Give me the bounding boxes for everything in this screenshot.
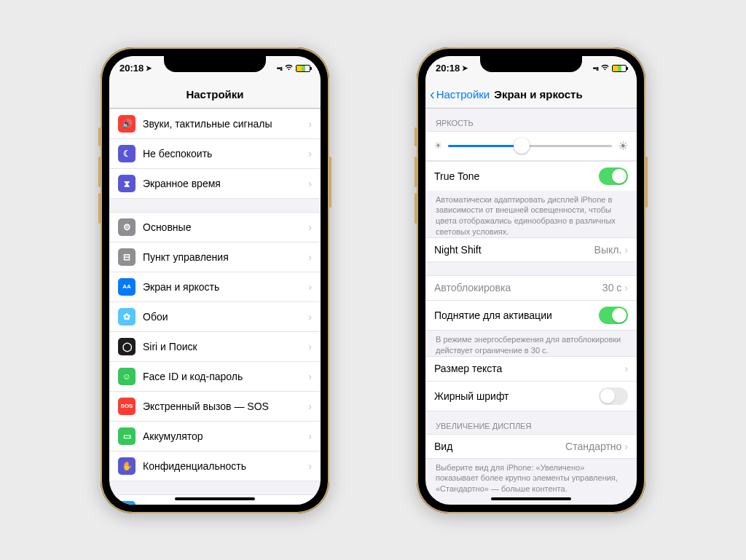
- display-icon: AA: [118, 278, 136, 296]
- siri-icon: ◯: [118, 338, 136, 355]
- cell-signal-icon: ••ıı: [277, 65, 282, 72]
- row-label: Не беспокоить: [143, 148, 308, 159]
- privacy-icon: ✋: [118, 457, 136, 475]
- settings-row-sos[interactable]: SOSЭкстренный вызов — SOS›: [109, 391, 321, 421]
- brightness-slider-cell: ☀ ☀: [425, 131, 637, 161]
- settings-row-general[interactable]: ⚙Основные›: [109, 212, 321, 242]
- home-indicator: [175, 497, 255, 500]
- battery-icon: [612, 65, 627, 72]
- row-label: Аккумулятор: [143, 430, 308, 442]
- page-title: Экран и яркость: [494, 88, 582, 100]
- chevron-right-icon: ›: [308, 341, 312, 352]
- value: Стандартно: [565, 441, 621, 452]
- view-footer: Выберите вид для iPhone: «Увеличено» пок…: [425, 459, 637, 495]
- settings-row-privacy[interactable]: ✋Конфиденциальность›: [109, 451, 321, 481]
- chevron-right-icon: ›: [308, 118, 312, 130]
- label: Размер текста: [434, 363, 624, 374]
- chevron-right-icon: ›: [308, 504, 312, 505]
- settings-list[interactable]: 🔊Звуки, тактильные сигналы›☾Не беспокоит…: [109, 109, 321, 505]
- cell-true-tone[interactable]: True Tone: [425, 161, 637, 191]
- location-icon: ➤: [462, 64, 468, 72]
- section-header-brightness: ЯРКОСТЬ: [425, 109, 637, 131]
- side-button: [98, 157, 101, 187]
- label: Автоблокировка: [434, 282, 602, 293]
- chevron-right-icon: ›: [308, 281, 312, 293]
- settings-row-control[interactable]: ⊟Пункт управления›: [109, 242, 321, 272]
- side-button: [329, 157, 331, 208]
- cell-night-shift[interactable]: Night Shift Выкл. ›: [425, 237, 637, 262]
- chevron-right-icon: ›: [624, 363, 628, 374]
- notch: [480, 56, 582, 72]
- wallpaper-icon: ✿: [118, 308, 136, 326]
- raise-footer: В режиме энергосбережения для автоблокир…: [425, 331, 637, 356]
- brightness-slider[interactable]: [448, 145, 612, 147]
- cell-signal-icon: ••ıı: [593, 65, 598, 72]
- back-button[interactable]: ‹ Настройки: [425, 87, 490, 101]
- cell-bold-text[interactable]: Жирный шрифт: [425, 381, 637, 411]
- row-label: Конфиденциальность: [143, 460, 308, 472]
- row-label: Siri и Поиск: [143, 341, 308, 352]
- appstore-icon: A: [118, 501, 136, 505]
- true-tone-footer: Автоматически адаптировать дисплей iPhon…: [425, 191, 637, 237]
- raise-toggle[interactable]: [599, 307, 628, 324]
- chevron-right-icon: ›: [308, 251, 312, 263]
- sun-low-icon: ☀: [434, 141, 442, 151]
- general-icon: ⚙: [118, 218, 136, 236]
- chevron-right-icon: ›: [308, 430, 312, 442]
- row-label: Экстренный вызов — SOS: [143, 401, 308, 412]
- location-icon: ➤: [146, 64, 152, 72]
- faceid-icon: ☺: [118, 368, 136, 385]
- notch: [164, 56, 266, 72]
- sounds-icon: 🔊: [118, 115, 136, 133]
- dnd-icon: ☾: [118, 145, 136, 162]
- side-button: [98, 127, 101, 146]
- cell-text-size[interactable]: Размер текста ›: [425, 356, 637, 381]
- chevron-right-icon: ›: [624, 244, 628, 256]
- settings-row-dnd[interactable]: ☾Не беспокоить›: [109, 138, 321, 168]
- cell-auto-lock[interactable]: Автоблокировка 30 с ›: [425, 275, 637, 300]
- back-label: Настройки: [436, 88, 490, 100]
- chevron-right-icon: ›: [308, 401, 312, 412]
- label: Поднятие для активации: [434, 309, 599, 321]
- chevron-right-icon: ›: [308, 148, 312, 159]
- chevron-right-icon: ›: [308, 311, 312, 323]
- settings-row-faceid[interactable]: ☺Face ID и код-пароль›: [109, 361, 321, 391]
- status-time: 20:18: [119, 63, 144, 74]
- row-label: Экранное время: [143, 178, 308, 189]
- cell-raise-to-wake[interactable]: Поднятие для активации: [425, 300, 637, 331]
- page-title: Настройки: [109, 88, 321, 100]
- side-button: [415, 127, 417, 146]
- settings-row-siri[interactable]: ◯Siri и Поиск›: [109, 331, 321, 361]
- row-label: Обои: [143, 311, 308, 323]
- settings-row-battery[interactable]: ▭Аккумулятор›: [109, 421, 321, 451]
- true-tone-toggle[interactable]: [599, 167, 628, 185]
- row-label: iTunes Store и App Store: [143, 504, 308, 505]
- chevron-right-icon: ›: [624, 282, 628, 293]
- settings-row-sounds[interactable]: 🔊Звуки, тактильные сигналы›: [109, 109, 321, 138]
- navbar: Настройки: [109, 81, 321, 109]
- settings-row-wallpaper[interactable]: ✿Обои›: [109, 301, 321, 331]
- row-label: Face ID и код-пароль: [143, 371, 308, 382]
- value: 30 с: [602, 282, 621, 293]
- sun-high-icon: ☀: [618, 139, 628, 153]
- sos-icon: SOS: [118, 398, 136, 415]
- row-label: Пункт управления: [143, 251, 308, 263]
- settings-row-display[interactable]: AAЭкран и яркость›: [109, 272, 321, 301]
- cell-view[interactable]: Вид Стандартно ›: [425, 434, 637, 459]
- screentime-icon: ⧗: [118, 175, 136, 192]
- chevron-left-icon: ‹: [430, 87, 435, 101]
- slider-fill: [448, 145, 522, 147]
- row-label: Экран и яркость: [143, 281, 308, 293]
- wifi-icon: [600, 63, 610, 74]
- chevron-right-icon: ›: [624, 441, 628, 452]
- settings-row-screentime[interactable]: ⧗Экранное время›: [109, 168, 321, 199]
- display-settings[interactable]: ЯРКОСТЬ ☀ ☀ True Tone Автоматически адап…: [425, 109, 637, 505]
- status-time: 20:18: [436, 63, 460, 74]
- battery-icon: [296, 65, 310, 72]
- chevron-right-icon: ›: [308, 460, 312, 472]
- slider-thumb[interactable]: [514, 138, 530, 154]
- bold-toggle[interactable]: [599, 387, 628, 405]
- row-label: Звуки, тактильные сигналы: [143, 118, 308, 130]
- control-icon: ⊟: [118, 248, 136, 266]
- battery-icon: ▭: [118, 427, 136, 445]
